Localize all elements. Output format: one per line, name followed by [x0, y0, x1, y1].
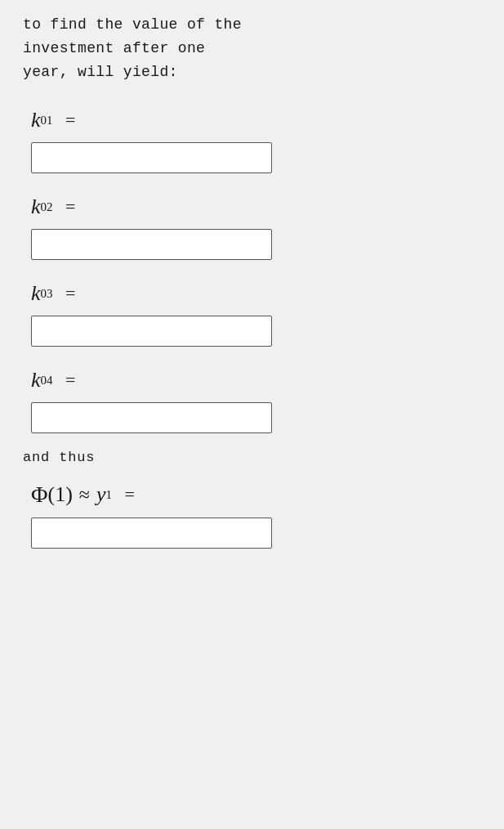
phi-symbol: Φ	[31, 482, 47, 508]
approx-symbol: ≈	[79, 484, 90, 506]
and-thus-label: and thus	[23, 450, 481, 465]
phi-equals: =	[120, 484, 135, 505]
k-symbol-02: k	[31, 195, 41, 219]
equals-01: =	[61, 110, 76, 131]
equation-label-k03: k03 =	[23, 276, 481, 311]
intro-line-2: investment after one	[23, 37, 481, 60]
input-k01[interactable]	[31, 142, 272, 173]
equals-02: =	[61, 196, 76, 217]
k-symbol-01: k	[31, 108, 41, 132]
intro-line-3: year, will yield:	[23, 60, 481, 84]
y-subscript: 1	[106, 488, 113, 502]
k-subscript-04: 04	[41, 374, 53, 388]
input-k04[interactable]	[31, 402, 272, 433]
input-k02[interactable]	[31, 229, 272, 260]
equation-block-k03: k03 =	[23, 276, 481, 347]
k-symbol-04: k	[31, 368, 41, 392]
intro-line-1: to find the value of the	[23, 13, 481, 37]
equals-04: =	[61, 370, 76, 391]
equation-block-k04: k04 =	[23, 363, 481, 433]
intro-text: to find the value of the investment afte…	[23, 13, 481, 83]
phi-arg: (1)	[47, 482, 72, 507]
input-k03[interactable]	[31, 316, 272, 347]
y-symbol: y	[96, 482, 106, 507]
k-subscript-03: 03	[41, 287, 53, 301]
equation-label-k04: k04 =	[23, 363, 481, 397]
equation-label-k01: k01 =	[23, 103, 481, 137]
k-subscript-02: 02	[41, 200, 53, 214]
equation-block-phi: Φ (1) ≈ y1 =	[23, 477, 481, 549]
k-subscript-01: 01	[41, 114, 53, 128]
k-symbol-03: k	[31, 281, 41, 306]
input-phi[interactable]	[31, 518, 272, 549]
equals-03: =	[61, 283, 76, 304]
equation-block-k02: k02 =	[23, 190, 481, 260]
equation-label-k02: k02 =	[23, 190, 481, 224]
phi-equation-label: Φ (1) ≈ y1 =	[23, 477, 481, 513]
equation-block-k01: k01 =	[23, 103, 481, 173]
